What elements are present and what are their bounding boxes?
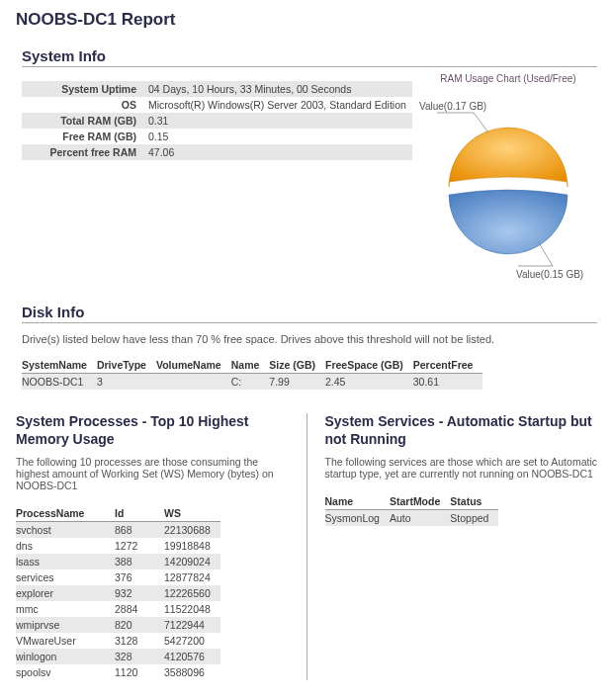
table-row: winlogon3284120576 xyxy=(16,649,220,664)
processes-desc: The following 10 processes are those con… xyxy=(16,456,289,491)
page-title: NOOBS-DC1 Report xyxy=(16,10,597,30)
disk-info-section: Disk Info Drive(s) listed below have les… xyxy=(22,304,597,390)
services-table: Name StartMode Status SysmonLog Auto Sto… xyxy=(325,493,499,526)
processes-table: ProcessName Id WS svchost86822130688 dns… xyxy=(16,505,220,680)
table-row: Total RAM (GB)0.31 xyxy=(22,113,412,129)
table-row: NOOBS-DC1 3 C: 7.99 2.45 30.61 xyxy=(22,374,482,391)
system-info-table: System Uptime04 Days, 10 Hours, 33 Minut… xyxy=(22,81,412,160)
table-row: services37612877824 xyxy=(16,569,220,585)
services-desc: The following services are those which a… xyxy=(325,456,598,480)
table-row: lsass38814209024 xyxy=(16,554,220,569)
processes-heading: System Processes - Top 10 Highest Memory… xyxy=(16,413,289,448)
table-row: spoolsv11203588096 xyxy=(16,664,220,680)
system-info-heading: System Info xyxy=(22,47,597,67)
ram-usage-chart: RAM Usage Chart (Used/Free) Value(0.17 G… xyxy=(419,71,597,286)
disk-info-heading: Disk Info xyxy=(22,304,597,323)
disk-info-note: Drive(s) listed below have less than 70 … xyxy=(22,333,597,345)
table-row: SysmonLog Auto Stopped xyxy=(325,510,499,527)
chart-label-used: Value(0.17 GB) xyxy=(419,101,486,112)
table-row: VMwareUser31285427200 xyxy=(16,633,220,649)
table-row: Free RAM (GB)0.15 xyxy=(22,129,412,144)
table-row: OSMicrosoft(R) Windows(R) Server 2003, S… xyxy=(22,97,412,113)
table-row: mmc288411522048 xyxy=(16,601,220,617)
table-row: dns127219918848 xyxy=(16,538,220,554)
table-row: Percent free RAM47.06 xyxy=(22,144,412,160)
chart-label-free: Value(0.15 GB) xyxy=(516,269,583,280)
services-heading: System Services - Automatic Startup but … xyxy=(325,413,598,448)
disk-table: SystemName DriveType VolumeName Name Siz… xyxy=(22,357,482,390)
chart-title: RAM Usage Chart (Used/Free) xyxy=(419,73,597,84)
table-row: svchost86822130688 xyxy=(16,522,220,539)
pie-chart-icon: Value(0.17 GB) Value(0.15 GB) xyxy=(419,88,597,286)
table-row: explorer93212226560 xyxy=(16,585,220,601)
services-section: System Services - Automatic Startup but … xyxy=(307,413,598,680)
system-info-section: System Info System Uptime04 Days, 10 Hou… xyxy=(22,47,597,286)
table-row: System Uptime04 Days, 10 Hours, 33 Minut… xyxy=(22,81,412,97)
table-row: wmiprvse8207122944 xyxy=(16,617,220,633)
processes-section: System Processes - Top 10 Highest Memory… xyxy=(16,413,307,680)
